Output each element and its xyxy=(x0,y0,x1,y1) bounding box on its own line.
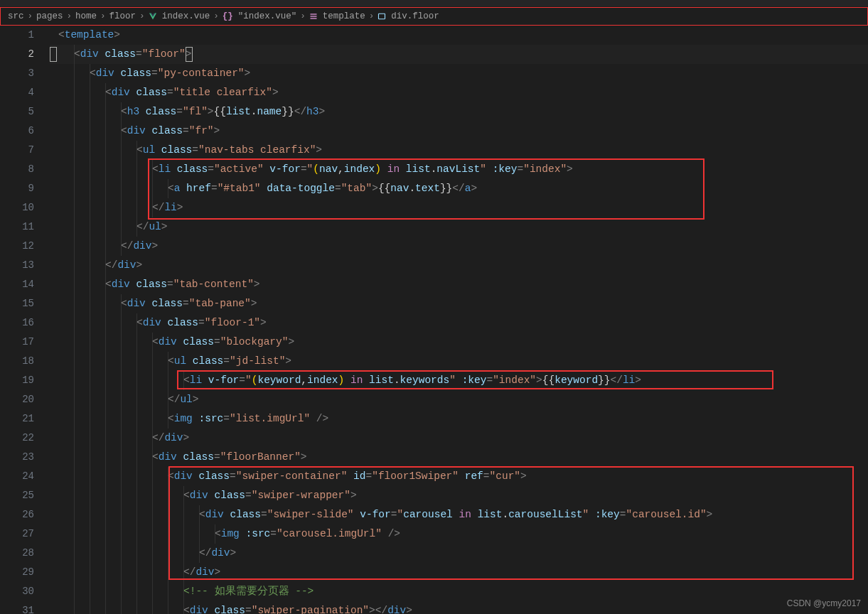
code-editor[interactable]: 1234567891011121314151617181920212223242… xyxy=(0,26,868,614)
code-line[interactable]: </div> xyxy=(50,563,868,582)
chevron-right-icon: › xyxy=(369,11,375,21)
bc-home[interactable]: home xyxy=(75,11,97,21)
code-line[interactable]: <li class="active" v-for="(nav,index) in… xyxy=(50,160,868,179)
line-number: 6 xyxy=(0,122,34,141)
line-number-gutter: 1234567891011121314151617181920212223242… xyxy=(0,26,50,614)
line-number: 9 xyxy=(0,179,34,198)
code-line[interactable]: <img :src="carousel.imgUrl" /> xyxy=(50,524,868,544)
tab-bar xyxy=(0,0,868,7)
code-line[interactable]: <li v-for="(keyword,index) in list.keywo… xyxy=(50,371,868,390)
code-line[interactable]: <div class="swiper-wrapper"> xyxy=(50,486,868,505)
code-area[interactable]: <template><div class="floor"><div class=… xyxy=(50,26,868,614)
line-number: 29 xyxy=(0,563,34,582)
line-number: 28 xyxy=(0,544,34,563)
code-line[interactable]: <div class="floor"> xyxy=(50,45,868,64)
chevron-right-icon: › xyxy=(67,11,73,21)
line-number: 19 xyxy=(0,371,34,390)
line-number: 14 xyxy=(0,275,34,294)
line-number: 22 xyxy=(0,429,34,448)
code-line[interactable]: <div class="swiper-container" id="floor1… xyxy=(50,467,868,486)
line-number: 15 xyxy=(0,294,34,313)
bc-template[interactable]: template xyxy=(323,11,365,21)
chevron-right-icon: › xyxy=(213,11,219,21)
code-line[interactable]: <template> xyxy=(50,26,868,45)
code-line[interactable]: <h3 class="fl">{{list.name}}</h3> xyxy=(50,102,868,122)
code-line[interactable]: <div class="tab-content"> xyxy=(50,275,868,294)
bc-file[interactable]: index.vue xyxy=(162,11,210,21)
line-number: 27 xyxy=(0,524,34,544)
chevron-right-icon: › xyxy=(300,11,306,21)
code-line[interactable]: <!-- 如果需要分页器 --> xyxy=(50,582,868,601)
line-number: 8 xyxy=(0,160,34,179)
code-line[interactable]: </div> xyxy=(50,429,868,448)
line-number: 24 xyxy=(0,467,34,486)
code-line[interactable]: <img :src="list.imgUrl" /> xyxy=(50,409,868,429)
line-number: 3 xyxy=(0,64,34,83)
bc-pages[interactable]: pages xyxy=(36,11,63,21)
code-line[interactable]: <ul class="nav-tabs clearfix"> xyxy=(50,141,868,160)
line-number: 1 xyxy=(0,26,34,45)
code-line[interactable]: <div class="title clearfix"> xyxy=(50,83,868,102)
line-number: 30 xyxy=(0,582,34,601)
line-number: 4 xyxy=(0,83,34,102)
bc-scope[interactable]: "index.vue" xyxy=(238,11,297,21)
code-line[interactable]: <div class="tab-pane"> xyxy=(50,294,868,313)
code-line[interactable]: </ul> xyxy=(50,217,868,237)
code-line[interactable]: <div class="swiper-slide" v-for="carouse… xyxy=(50,505,868,524)
line-number: 25 xyxy=(0,486,34,505)
code-line[interactable]: <div class="floorBanner"> xyxy=(50,448,868,467)
curly-braces-icon: {} xyxy=(223,11,233,21)
symbol-icon xyxy=(377,12,386,21)
code-line[interactable]: </div> xyxy=(50,544,868,563)
chevron-right-icon: › xyxy=(100,11,106,21)
code-line[interactable]: </ul> xyxy=(50,390,868,409)
bc-src[interactable]: src xyxy=(8,11,24,21)
line-number: 18 xyxy=(0,352,34,371)
line-number: 12 xyxy=(0,237,34,256)
line-number: 11 xyxy=(0,217,34,237)
code-line[interactable]: <ul class="jd-list"> xyxy=(50,352,868,371)
chevron-right-icon: › xyxy=(28,11,33,21)
code-line[interactable]: <a href="#tab1" data-toggle="tab">{{nav.… xyxy=(50,179,868,198)
line-number: 10 xyxy=(0,198,34,217)
code-line[interactable]: <div class="floor-1"> xyxy=(50,313,868,333)
line-number: 31 xyxy=(0,601,34,614)
symbol-icon xyxy=(309,12,318,21)
bc-element[interactable]: div.floor xyxy=(391,11,439,21)
line-number: 7 xyxy=(0,141,34,160)
code-line[interactable]: </div> xyxy=(50,256,868,275)
code-line[interactable]: <div class="swiper-pagination"></div> xyxy=(50,601,868,614)
svg-rect-0 xyxy=(379,14,385,19)
line-number: 16 xyxy=(0,313,34,333)
line-number: 13 xyxy=(0,256,34,275)
line-number: 2 xyxy=(0,45,34,64)
chevron-right-icon: › xyxy=(139,11,145,21)
line-number: 20 xyxy=(0,390,34,409)
line-number: 5 xyxy=(0,102,34,122)
breadcrumb[interactable]: src › pages › home › floor › index.vue ›… xyxy=(0,7,868,26)
line-number: 26 xyxy=(0,505,34,524)
bc-floor[interactable]: floor xyxy=(109,11,136,21)
code-line[interactable]: <div class="blockgary"> xyxy=(50,333,868,352)
watermark: CSDN @ycmy2017 xyxy=(787,598,861,608)
code-line[interactable]: <div class="fr"> xyxy=(50,122,868,141)
line-number: 17 xyxy=(0,333,34,352)
code-line[interactable]: <div class="py-container"> xyxy=(50,64,868,83)
code-line[interactable]: </div> xyxy=(50,237,868,256)
code-line[interactable]: </li> xyxy=(50,198,868,217)
line-number: 23 xyxy=(0,448,34,467)
vue-file-icon xyxy=(149,12,157,21)
line-number: 21 xyxy=(0,409,34,429)
